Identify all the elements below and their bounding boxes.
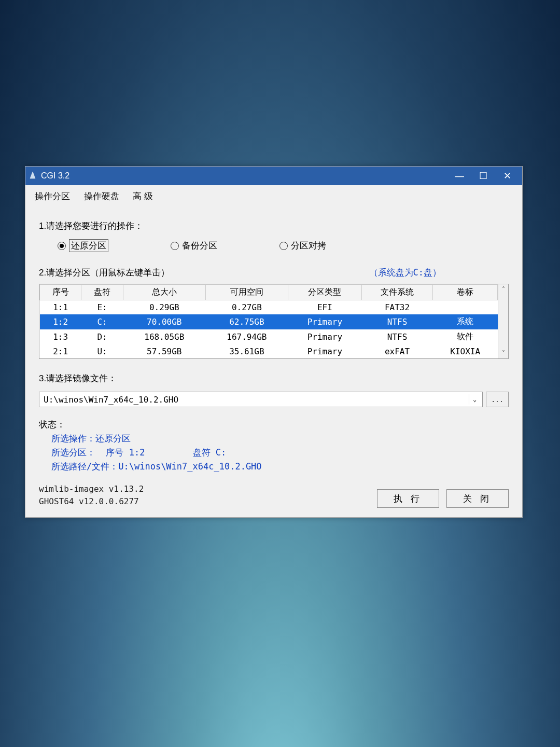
- browse-button[interactable]: ...: [486, 392, 509, 407]
- execute-button[interactable]: 执 行: [377, 489, 439, 508]
- cell-drive: C:: [81, 314, 123, 329]
- cell-index: 1:3: [40, 329, 81, 344]
- operation-radio-group: 还原分区 备份分区 分区对拷: [39, 239, 509, 252]
- cell-free: 0.27GB: [205, 300, 288, 315]
- cell-free: 167.94GB: [205, 329, 288, 344]
- cell-drive: E:: [81, 300, 123, 315]
- cell-ptype: Primary: [288, 344, 361, 358]
- radio-dot-icon: [58, 242, 66, 250]
- table-header-row: 序号 盘符 总大小 可用空间 分区类型 文件系统 卷标: [40, 285, 498, 300]
- system-disk-hint: （系统盘为C:盘）: [369, 267, 441, 279]
- cell-ptype: Primary: [288, 329, 361, 344]
- radio-backup[interactable]: 备份分区: [171, 239, 217, 252]
- partition-table: 序号 盘符 总大小 可用空间 分区类型 文件系统 卷标 1:1E:0.29GB0…: [39, 284, 509, 359]
- menu-advanced[interactable]: 高 级: [133, 190, 153, 202]
- content: 1.请选择您要进行的操作： 还原分区 备份分区 分区对拷 2.请选择分区（用鼠标…: [25, 205, 522, 517]
- cell-drive: U:: [81, 344, 123, 358]
- status-path: 所选路径/文件：U:\winos\Win7_x64c_10.2.GHO: [51, 461, 509, 473]
- footer: wimlib-imagex v1.13.2 GHOST64 v12.0.0.62…: [39, 483, 509, 508]
- maximize-button[interactable]: ☐: [471, 167, 495, 185]
- cell-vol: [433, 300, 498, 315]
- cell-vol: 软件: [433, 329, 498, 344]
- cell-free: 62.75GB: [205, 314, 288, 329]
- cell-index: 2:1: [40, 344, 81, 358]
- status-partition: 所选分区： 序号 1:2 盘符 C:: [51, 447, 509, 459]
- menubar: 操作分区 操作硬盘 高 级: [25, 185, 522, 205]
- radio-clone[interactable]: 分区对拷: [279, 239, 326, 252]
- radio-clone-label: 分区对拷: [291, 240, 326, 252]
- cell-vol: KIOXIA: [433, 344, 498, 358]
- cell-total: 70.00GB: [123, 314, 205, 329]
- status-block: 状态： 所选操作：还原分区 所选分区： 序号 1:2 盘符 C: 所选路径/文件…: [39, 419, 509, 473]
- cell-fs: NTFS: [361, 314, 433, 329]
- cell-total: 168.05GB: [123, 329, 205, 344]
- image-path-value: U:\winos\Win7_x64c_10.2.GHO: [44, 395, 178, 405]
- cell-drive: D:: [81, 329, 123, 344]
- close-app-button[interactable]: 关 闭: [446, 489, 509, 508]
- app-window: CGI 3.2 — ☐ ✕ 操作分区 操作硬盘 高 级 1.请选择您要进行的操作…: [25, 166, 523, 518]
- cell-index: 1:2: [40, 314, 81, 329]
- cell-total: 57.59GB: [123, 344, 205, 358]
- radio-restore[interactable]: 还原分区: [58, 239, 108, 252]
- cell-ptype: EFI: [288, 300, 361, 315]
- step2-label: 2.请选择分区（用鼠标左键单击）: [39, 267, 170, 279]
- wimlib-version: wimlib-imagex v1.13.2: [39, 483, 144, 495]
- radio-dot-icon: [171, 242, 179, 250]
- cell-fs: NTFS: [361, 329, 433, 344]
- scroll-down-icon[interactable]: ˅: [498, 348, 508, 358]
- app-icon: [29, 171, 38, 181]
- table-scrollbar[interactable]: ˄ ˅: [498, 284, 508, 358]
- step1-label: 1.请选择您要进行的操作：: [39, 220, 509, 232]
- cell-ptype: Primary: [288, 314, 361, 329]
- chevron-down-icon[interactable]: ⌄: [469, 394, 480, 405]
- menu-disk[interactable]: 操作硬盘: [84, 190, 119, 202]
- col-vol[interactable]: 卷标: [433, 285, 498, 300]
- table-row[interactable]: 1:1E:0.29GB0.27GBEFIFAT32: [40, 300, 498, 315]
- col-index[interactable]: 序号: [40, 285, 81, 300]
- close-button[interactable]: ✕: [495, 167, 519, 185]
- menu-partition[interactable]: 操作分区: [35, 190, 70, 202]
- table-row[interactable]: 2:1U:57.59GB35.61GBPrimaryexFATKIOXIA: [40, 344, 498, 358]
- col-free[interactable]: 可用空间: [205, 285, 288, 300]
- table-row[interactable]: 1:3D:168.05GB167.94GBPrimaryNTFS软件: [40, 329, 498, 344]
- col-ptype[interactable]: 分区类型: [288, 285, 361, 300]
- radio-restore-label: 还原分区: [69, 239, 108, 252]
- titlebar[interactable]: CGI 3.2 — ☐ ✕: [25, 167, 522, 185]
- col-total[interactable]: 总大小: [123, 285, 205, 300]
- step3-label: 3.请选择镜像文件：: [39, 372, 509, 384]
- cell-total: 0.29GB: [123, 300, 205, 315]
- cell-fs: exFAT: [361, 344, 433, 358]
- status-operation: 所选操作：还原分区: [51, 433, 509, 445]
- radio-backup-label: 备份分区: [182, 240, 217, 252]
- status-label: 状态：: [39, 419, 509, 431]
- cell-index: 1:1: [40, 300, 81, 315]
- cell-fs: FAT32: [361, 300, 433, 315]
- table-row[interactable]: 1:2C:70.00GB62.75GBPrimaryNTFS系统: [40, 314, 498, 329]
- radio-dot-icon: [279, 242, 288, 250]
- minimize-button[interactable]: —: [447, 167, 471, 185]
- col-drive[interactable]: 盘符: [81, 285, 123, 300]
- col-fs[interactable]: 文件系统: [361, 285, 433, 300]
- version-block: wimlib-imagex v1.13.2 GHOST64 v12.0.0.62…: [39, 483, 144, 508]
- cell-free: 35.61GB: [205, 344, 288, 358]
- cell-vol: 系统: [433, 314, 498, 329]
- scroll-up-icon[interactable]: ˄: [498, 284, 508, 295]
- window-title: CGI 3.2: [41, 171, 447, 181]
- image-path-combo[interactable]: U:\winos\Win7_x64c_10.2.GHO ⌄: [39, 392, 483, 407]
- ghost-version: GHOST64 v12.0.0.6277: [39, 495, 144, 508]
